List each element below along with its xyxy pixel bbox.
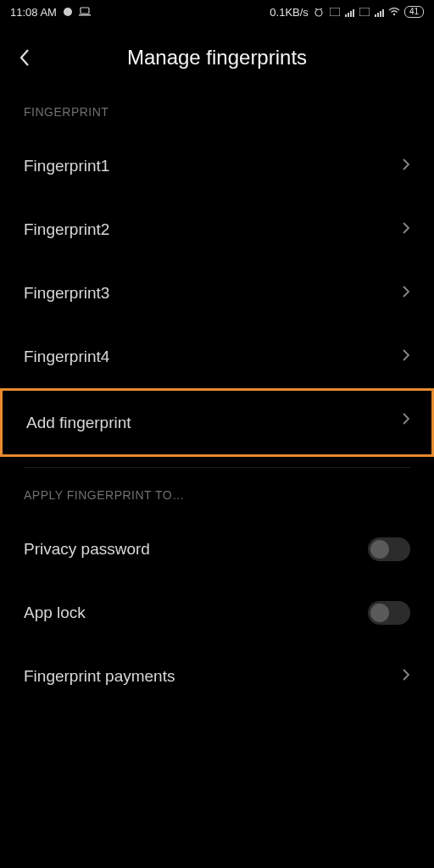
status-right: 0.1KB/s 41	[270, 6, 424, 19]
app-lock-toggle[interactable]	[368, 601, 410, 625]
add-fingerprint-label: Add fingerprint	[26, 414, 131, 432]
fingerprint-item-label: Fingerprint2	[24, 220, 109, 239]
add-fingerprint-highlight: Add fingerprint	[0, 388, 434, 452]
volte-icon-2	[359, 6, 370, 18]
chevron-right-icon	[402, 221, 410, 238]
svg-rect-2	[79, 14, 91, 16]
battery-indicator: 41	[404, 6, 424, 18]
app-lock-item[interactable]: App lock	[0, 581, 434, 644]
app-lock-label: App lock	[24, 604, 86, 622]
fingerprint-payments-item[interactable]: Fingerprint payments	[0, 644, 434, 708]
chevron-right-icon	[402, 348, 410, 365]
svg-line-5	[320, 8, 322, 9]
carrier-icon	[62, 6, 74, 18]
toggle-knob	[370, 540, 389, 559]
svg-point-3	[315, 9, 322, 16]
wifi-icon	[388, 6, 400, 18]
page-header: Manage fingerprints	[0, 24, 434, 95]
privacy-password-toggle[interactable]	[368, 537, 410, 561]
page-title: Manage fingerprints	[19, 46, 415, 70]
section-header-fingerprint: FINGERPRINT	[0, 95, 434, 134]
fingerprint-item-1[interactable]: Fingerprint1	[0, 134, 434, 198]
chevron-right-icon	[402, 285, 410, 302]
status-bar: 11:08 AM 0.1KB/s 41	[0, 0, 434, 24]
status-left: 11:08 AM	[10, 6, 91, 19]
fingerprint-item-label: Fingerprint3	[24, 284, 109, 303]
fingerprint-payments-label: Fingerprint payments	[24, 667, 175, 686]
section-divider	[24, 467, 410, 468]
chevron-right-icon	[402, 668, 410, 685]
fingerprint-item-4[interactable]: Fingerprint4	[0, 325, 434, 388]
svg-rect-6	[330, 8, 340, 16]
signal-bars-2	[375, 8, 384, 17]
alarm-icon	[313, 6, 325, 18]
privacy-password-item[interactable]: Privacy password	[0, 517, 434, 581]
svg-line-4	[315, 8, 317, 9]
svg-rect-7	[359, 8, 370, 16]
svg-rect-1	[81, 8, 89, 14]
add-fingerprint-item[interactable]: Add fingerprint	[3, 391, 328, 454]
section-header-apply: APPLY FINGERPRINT TO…	[0, 478, 434, 517]
chevron-right-icon	[402, 158, 410, 175]
laptop-icon	[79, 6, 91, 18]
chevron-right-icon	[402, 412, 410, 429]
fingerprint-item-3[interactable]: Fingerprint3	[0, 261, 434, 325]
signal-bars-1	[345, 8, 354, 17]
fingerprint-item-label: Fingerprint1	[24, 157, 109, 175]
status-time: 11:08 AM	[10, 6, 57, 19]
data-speed: 0.1KB/s	[270, 6, 309, 19]
toggle-knob	[370, 604, 389, 622]
fingerprint-item-2[interactable]: Fingerprint2	[0, 198, 434, 261]
svg-point-0	[64, 8, 72, 16]
svg-point-8	[393, 14, 395, 15]
fingerprint-item-label: Fingerprint4	[24, 348, 109, 366]
privacy-password-label: Privacy password	[24, 540, 150, 559]
volte-icon-1	[329, 6, 341, 18]
